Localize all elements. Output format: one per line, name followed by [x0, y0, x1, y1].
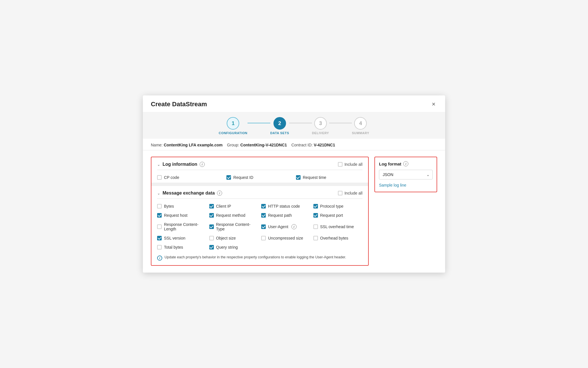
log-information-title-wrap: ⌄ Log information i [157, 162, 205, 167]
field-overhead-bytes-label: Overhead bytes [320, 236, 348, 240]
field-request-host[interactable]: Request host [157, 213, 206, 218]
log-information-fields: CP code Request ID Request time [157, 170, 362, 183]
stepper: 1 CONFIGURATION 2 DATA SETS 3 DELIVERY [143, 112, 445, 139]
field-request-id[interactable]: Request ID [226, 175, 293, 180]
field-cp-code-label: CP code [164, 175, 179, 180]
log-format-select[interactable]: JSON STRUCTURED XML [379, 170, 433, 179]
field-query-string-checkbox[interactable] [209, 245, 214, 250]
dialog-header: Create DataStream × [143, 95, 445, 112]
field-ssl-version[interactable]: SSL version [157, 236, 206, 240]
field-object-size[interactable]: Object size [209, 236, 259, 240]
field-request-path-label: Request path [268, 213, 292, 218]
step-4-circle: 4 [354, 117, 367, 130]
field-request-path[interactable]: Request path [261, 213, 311, 218]
field-ssl-overhead-time-checkbox[interactable] [313, 224, 318, 229]
field-user-agent[interactable]: User-Agent i [261, 222, 311, 231]
field-response-content-type-checkbox[interactable] [209, 224, 214, 229]
field-request-time-checkbox[interactable] [296, 175, 301, 180]
section-divider [151, 183, 368, 186]
field-uncompressed-size[interactable]: Uncompressed size [261, 236, 311, 240]
field-protocol-type-checkbox[interactable] [313, 204, 318, 208]
field-query-string[interactable]: Query string [209, 245, 259, 250]
field-user-agent-label: User-Agent [268, 224, 288, 229]
log-format-title-text: Log format [379, 161, 401, 166]
field-request-path-checkbox[interactable] [261, 213, 266, 218]
field-response-content-type[interactable]: Response Content-Type [209, 222, 259, 231]
contract-value: V-421DNC1 [314, 143, 335, 147]
field-cp-code[interactable]: CP code [157, 175, 224, 180]
field-ssl-overhead-time[interactable]: SSL overhead time [313, 222, 363, 231]
log-information-include-all-checkbox[interactable] [338, 162, 342, 167]
sample-log-link[interactable]: Sample log line [379, 183, 406, 187]
message-exchange-include-all-checkbox[interactable] [338, 191, 342, 195]
log-information-include-all-label: Include all [344, 162, 362, 167]
field-http-status-code-label: HTTP status code [268, 204, 300, 208]
log-information-title: Log information [163, 162, 197, 167]
field-request-method-label: Request method [216, 213, 246, 218]
field-request-port[interactable]: Request port [313, 213, 363, 218]
step-2-circle: 2 [273, 117, 286, 130]
note-row: i Update each property's behavior in the… [151, 252, 368, 261]
name-label: Name: [151, 143, 163, 147]
field-cp-code-checkbox[interactable] [157, 175, 162, 180]
connector-3-4 [329, 123, 352, 123]
message-exchange-title-wrap: ⌄ Message exchange data i [157, 191, 222, 196]
step-2[interactable]: 2 DATA SETS [270, 117, 289, 135]
step-4[interactable]: 4 SUMMARY [352, 117, 369, 135]
field-request-port-checkbox[interactable] [313, 213, 318, 218]
sidebar-panel: Log format i JSON STRUCTURED XML ⌄ Sampl… [374, 157, 437, 266]
info-bar: Name: ContentKing LFA example.com Group:… [143, 139, 445, 150]
message-exchange-chevron-icon[interactable]: ⌄ [157, 191, 160, 195]
field-ssl-version-label: SSL version [164, 236, 185, 240]
note-icon: i [157, 255, 162, 261]
step-1-label: CONFIGURATION [219, 131, 248, 135]
group-value: ContentKing-V-421DNC1 [240, 143, 287, 147]
step-3[interactable]: 3 DELIVERY [312, 117, 329, 135]
field-request-time-label: Request time [303, 175, 326, 180]
message-exchange-title: Message exchange data [163, 191, 215, 196]
main-layout: ⌄ Log information i Include all CP code [143, 152, 445, 273]
close-button[interactable]: × [430, 101, 437, 108]
field-object-size-checkbox[interactable] [209, 236, 214, 240]
field-request-method[interactable]: Request method [209, 213, 259, 218]
log-format-info-icon[interactable]: i [403, 161, 408, 166]
field-uncompressed-size-checkbox[interactable] [261, 236, 266, 240]
field-request-method-checkbox[interactable] [209, 213, 214, 218]
field-client-ip[interactable]: Client IP [209, 204, 259, 208]
log-information-chevron-icon[interactable]: ⌄ [157, 162, 160, 167]
field-http-status-code[interactable]: HTTP status code [261, 204, 311, 208]
user-agent-info-icon[interactable]: i [291, 224, 297, 229]
field-ssl-version-checkbox[interactable] [157, 236, 162, 240]
message-exchange-include-all[interactable]: Include all [338, 191, 362, 195]
field-bytes-checkbox[interactable] [157, 204, 162, 208]
log-format-select-wrap[interactable]: JSON STRUCTURED XML ⌄ [379, 170, 433, 179]
message-exchange-fields: Bytes Client IP HTTP status code Protoco… [157, 199, 362, 252]
field-request-id-checkbox[interactable] [226, 175, 231, 180]
field-total-bytes-checkbox[interactable] [157, 245, 162, 250]
log-information-info-icon[interactable]: i [200, 162, 205, 167]
field-client-ip-label: Client IP [216, 204, 231, 208]
note-text: Update each property's behavior in the r… [165, 255, 346, 259]
field-response-content-length-label: Response Content-Length [164, 222, 206, 231]
field-client-ip-checkbox[interactable] [209, 204, 214, 208]
field-response-content-length-checkbox[interactable] [157, 224, 162, 229]
message-exchange-info-icon[interactable]: i [217, 191, 222, 196]
log-information-include-all[interactable]: Include all [338, 162, 362, 167]
step-1-circle: 1 [227, 117, 239, 130]
field-request-time[interactable]: Request time [296, 175, 362, 180]
field-response-content-length[interactable]: Response Content-Length [157, 222, 206, 231]
field-protocol-type[interactable]: Protocol type [313, 204, 363, 208]
field-user-agent-checkbox[interactable] [261, 224, 266, 229]
field-object-size-label: Object size [216, 236, 236, 240]
field-bytes[interactable]: Bytes [157, 204, 206, 208]
field-request-host-checkbox[interactable] [157, 213, 162, 218]
name-value: ContentKing LFA example.com [164, 143, 222, 147]
dialog-title: Create DataStream [151, 101, 207, 108]
field-overhead-bytes-checkbox[interactable] [313, 236, 318, 240]
connector-2-3 [289, 123, 312, 123]
step-1[interactable]: 1 CONFIGURATION [219, 117, 248, 135]
message-exchange-header: ⌄ Message exchange data i Include all [157, 191, 362, 199]
field-http-status-code-checkbox[interactable] [261, 204, 266, 208]
field-total-bytes[interactable]: Total bytes [157, 245, 206, 250]
field-overhead-bytes[interactable]: Overhead bytes [313, 236, 363, 240]
